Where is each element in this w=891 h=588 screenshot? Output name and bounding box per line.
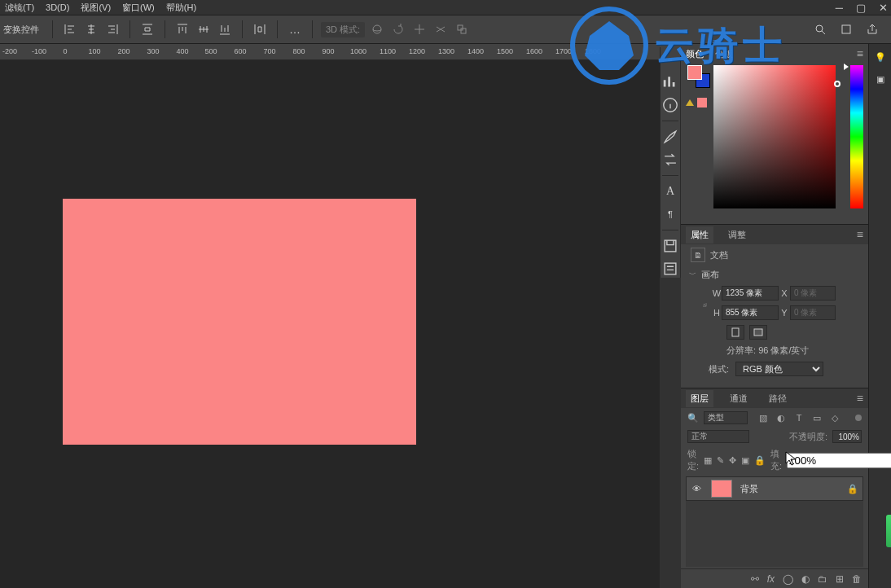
align-middle-icon[interactable] [195,20,213,38]
fill-input[interactable] [787,453,891,468]
brush-icon[interactable] [661,128,679,146]
save-icon[interactable] [661,237,679,255]
layers-panel: 图层 通道 路径 ≡ 🔍 ▧ ◐ T ▭ ◇ 不透明度: [681,388,868,588]
lock-position-icon[interactable]: ✥ [729,454,736,466]
delete-layer-icon[interactable]: 🗑 [852,573,862,585]
align-top-icon[interactable] [173,20,191,38]
link-layers-icon[interactable]: ⚯ [751,573,759,585]
canvas-area[interactable] [0,60,660,588]
align-bottom-icon[interactable] [216,20,234,38]
document-view-icon[interactable] [837,20,855,38]
menu-view[interactable]: 视图(V) [81,2,111,14]
side-tab-indicator[interactable] [886,515,891,547]
layer-list: 👁 背景 🔒 [686,476,863,567]
filter-toggle-icon[interactable] [855,415,862,421]
scale-icon[interactable] [453,20,471,38]
lock-transparency-icon[interactable]: ▦ [704,454,712,466]
collapse-icon[interactable]: « [661,50,679,68]
layer-row[interactable]: 👁 背景 🔒 [686,476,863,501]
height-input[interactable] [722,305,779,320]
align-left-icon[interactable] [61,20,79,38]
filter-shape-icon[interactable]: ▭ [811,412,823,423]
type-icon[interactable]: A [661,182,679,200]
filter-smart-icon[interactable]: ◇ [829,412,841,423]
blend-mode-select[interactable] [687,430,749,443]
new-layer-icon[interactable]: ⊞ [836,573,844,585]
hue-cursor-icon [844,64,849,70]
layer-thumbnail[interactable] [711,480,732,498]
orientation-portrait-icon[interactable] [726,325,744,340]
tab-channels[interactable]: 通道 [725,390,753,407]
distribute-v-icon[interactable] [251,20,269,38]
link-dimensions-icon[interactable]: ⟓ [699,298,710,308]
filter-pixel-icon[interactable]: ▧ [757,412,769,423]
ruler-tick: 800 [292,47,305,55]
lock-pixels-icon[interactable]: ✎ [717,454,724,466]
window-controls: ─ ▢ ✕ [836,2,888,14]
mode-label: 模式: [709,363,729,375]
more-icon[interactable]: … [286,20,304,38]
nearest-color-swatch[interactable] [697,98,707,108]
panel-menu-icon[interactable]: ≡ [857,228,863,241]
opacity-input[interactable] [832,430,862,443]
search-icon[interactable] [811,20,829,38]
tab-paths[interactable]: 路径 [764,390,792,407]
filter-adjust-icon[interactable]: ◐ [775,412,787,423]
visibility-toggle-icon[interactable]: 👁 [687,484,706,494]
panel-menu-icon[interactable]: ≡ [857,392,863,405]
svg-rect-2 [461,29,466,33]
layer-name[interactable]: 背景 [737,483,843,495]
add-mask-icon[interactable]: ◯ [783,573,793,585]
filter-type-icon[interactable]: T [793,412,805,423]
menu-window[interactable]: 窗口(W) [122,2,155,14]
tab-layers[interactable]: 图层 [686,390,713,407]
x-input[interactable] [790,286,836,301]
menu-help[interactable]: 帮助(H) [166,2,196,14]
frame-icon[interactable]: ▣ [876,74,884,85]
info-icon[interactable] [661,96,679,114]
foreground-color-swatch[interactable] [687,65,702,80]
minimize-icon[interactable]: ─ [836,2,843,14]
menu-filter[interactable]: 滤镜(T) [5,2,34,14]
histogram-icon[interactable] [661,73,679,91]
menu-3d[interactable]: 3D(D) [46,2,69,12]
lock-artboard-icon[interactable]: ▣ [741,454,749,466]
close-icon[interactable]: ✕ [879,2,888,14]
ruler-tick: 1500 [497,47,513,55]
filter-type-select[interactable] [704,411,748,424]
slide-icon[interactable] [432,20,450,38]
panel-menu-icon[interactable]: ≡ [857,47,863,60]
canvas-document[interactable] [63,199,416,445]
color-field[interactable] [713,65,836,208]
pan-icon[interactable] [410,20,428,38]
lock-icon[interactable]: 🔒 [843,484,862,494]
tab-color[interactable]: 颜色 [686,48,704,60]
swap-icon[interactable] [661,151,679,169]
align-center-h-icon[interactable] [82,20,100,38]
rotate-icon[interactable] [389,20,407,38]
opacity-label: 不透明度: [789,431,827,443]
align-right-icon[interactable] [103,20,121,38]
search-icon[interactable]: 🔍 [687,413,699,423]
y-input[interactable] [790,305,836,320]
hue-slider[interactable] [850,65,863,208]
bulb-icon[interactable]: 💡 [875,52,886,63]
tab-swatch[interactable]: 色板 [715,48,733,60]
orientation-landscape-icon[interactable] [749,325,767,340]
maximize-icon[interactable]: ▢ [856,2,866,14]
orbit-icon[interactable] [368,20,386,38]
color-picker-cursor[interactable] [834,81,841,87]
tab-properties[interactable]: 属性 [686,226,713,244]
new-adjustment-icon[interactable]: ◐ [801,573,810,585]
tab-adjustments[interactable]: 调整 [723,226,751,244]
note-icon[interactable] [661,260,679,278]
layer-fx-icon[interactable]: fx [767,573,775,585]
distribute-h-icon[interactable] [138,20,156,38]
paragraph-icon[interactable]: ¶ [661,205,679,223]
width-input[interactable] [722,286,779,301]
new-group-icon[interactable]: 🗀 [818,573,827,585]
section-canvas-header[interactable]: ﹀ 画布 [681,265,868,284]
mode-select[interactable]: RGB 颜色 [735,362,823,376]
share-icon[interactable] [863,20,881,38]
lock-all-icon[interactable]: 🔒 [754,454,766,466]
